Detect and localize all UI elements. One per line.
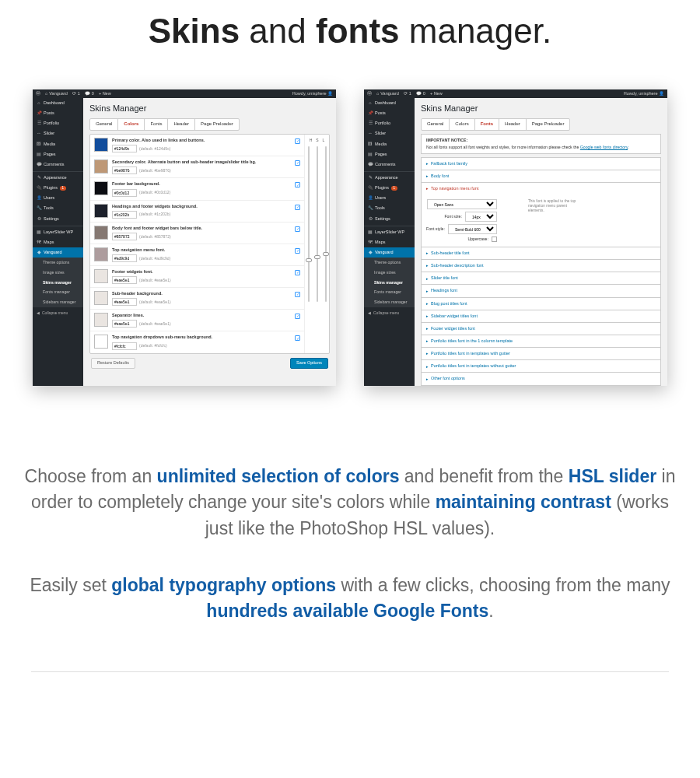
accordion-item[interactable]: ▸Sidebar widget titles font bbox=[421, 310, 661, 323]
color-swatch[interactable] bbox=[94, 226, 108, 240]
row-checkbox[interactable]: ✓ bbox=[295, 226, 300, 232]
new-content[interactable]: + New bbox=[99, 91, 111, 96]
wp-logo-icon[interactable]: ⓦ bbox=[36, 91, 40, 96]
row-checkbox[interactable]: ✓ bbox=[295, 292, 300, 297]
sidebar-subitem[interactable]: Theme options bbox=[33, 258, 83, 268]
tab-fonts[interactable]: Fonts bbox=[145, 119, 168, 130]
collapse-menu[interactable]: ◀Collapse menu bbox=[364, 307, 415, 319]
font-style-select[interactable]: Semi-Bold 600 bbox=[448, 224, 497, 234]
color-hex-input[interactable] bbox=[112, 254, 137, 262]
accordion-item[interactable]: ▸Body font bbox=[421, 170, 661, 183]
color-swatch[interactable] bbox=[94, 269, 108, 283]
restore-defaults-button[interactable]: Restore Defaults bbox=[91, 358, 135, 369]
sidebar-item[interactable]: 📌Posts bbox=[33, 108, 83, 118]
row-checkbox[interactable]: ✓ bbox=[295, 248, 300, 254]
lig-slider[interactable] bbox=[325, 146, 327, 302]
color-hex-input[interactable] bbox=[112, 189, 137, 197]
sidebar-subitem[interactable]: Fonts manager bbox=[364, 287, 415, 297]
sidebar-item[interactable]: ⚙Settings bbox=[33, 214, 83, 224]
accordion-item[interactable]: ▸Slider title font bbox=[421, 272, 661, 285]
accordion-item[interactable]: ▸Sub-header description font bbox=[421, 259, 661, 272]
sidebar-item[interactable]: ✎Appearance bbox=[364, 171, 415, 183]
tab-general[interactable]: General bbox=[90, 119, 118, 130]
tab-page-preloader[interactable]: Page Preloader bbox=[195, 119, 239, 130]
site-name[interactable]: ⌂ Vanguard bbox=[376, 91, 399, 96]
accordion-item[interactable]: ▸Footer widget titles font bbox=[421, 322, 661, 335]
color-swatch[interactable] bbox=[94, 204, 108, 218]
color-hex-input[interactable] bbox=[112, 320, 137, 328]
sidebar-item[interactable]: 🗺Maps bbox=[364, 237, 415, 247]
sidebar-subitem[interactable]: Image sizes bbox=[33, 268, 83, 278]
collapse-menu[interactable]: ◀Collapse menu bbox=[33, 307, 83, 319]
howdy-user[interactable]: Howdy, unisphere 👤 bbox=[292, 91, 333, 96]
sidebar-item[interactable]: ↔Slider bbox=[364, 128, 415, 138]
sidebar-item[interactable]: 💬Comments bbox=[33, 159, 83, 170]
sidebar-subitem[interactable]: Fonts manager bbox=[33, 287, 83, 297]
new-content[interactable]: + New bbox=[430, 91, 443, 96]
sat-slider[interactable] bbox=[317, 146, 318, 302]
sidebar-item[interactable]: 🗺Maps bbox=[33, 237, 83, 247]
accordion-item[interactable]: ▸Headings font bbox=[421, 284, 661, 297]
tab-header[interactable]: Header bbox=[499, 119, 527, 130]
tab-general[interactable]: General bbox=[422, 119, 450, 130]
sidebar-item[interactable]: ⌂Dashboard bbox=[364, 98, 415, 108]
sidebar-item[interactable]: 🔌Plugins1 bbox=[364, 183, 415, 193]
color-hex-input[interactable] bbox=[112, 298, 137, 306]
sidebar-subitem[interactable]: Sidebars manager bbox=[33, 297, 83, 307]
sidebar-item[interactable]: ⚙Settings bbox=[364, 214, 415, 224]
sidebar-item[interactable]: 🖼Media bbox=[33, 139, 83, 149]
sidebar-item[interactable]: ▦LayerSlider WP bbox=[364, 226, 415, 237]
tab-colors[interactable]: Colors bbox=[118, 119, 145, 130]
wp-logo-icon[interactable]: ⓦ bbox=[367, 91, 372, 96]
color-swatch[interactable] bbox=[94, 159, 108, 173]
accordion-item[interactable]: ▸Fallback font family bbox=[421, 157, 661, 170]
color-swatch[interactable] bbox=[94, 313, 108, 327]
accordion-top-nav-font[interactable]: ▸Top navigation menu font bbox=[421, 182, 661, 195]
accordion-item[interactable]: ▸Portfolio titles font in templates with… bbox=[421, 347, 661, 360]
comments-icon[interactable]: 💬 0 bbox=[85, 91, 94, 96]
sidebar-item[interactable]: ⌂Dashboard bbox=[33, 98, 83, 108]
sidebar-item[interactable]: ▤Pages bbox=[33, 149, 83, 159]
hue-slider[interactable] bbox=[308, 146, 310, 302]
tab-page-preloader[interactable]: Page Preloader bbox=[527, 119, 570, 130]
font-size-select[interactable]: 14px bbox=[465, 212, 497, 222]
save-options-button[interactable]: Save Options bbox=[290, 358, 328, 369]
sidebar-subitem[interactable]: Image sizes bbox=[364, 268, 415, 278]
row-checkbox[interactable]: ✓ bbox=[295, 314, 300, 319]
sidebar-item[interactable]: ✎Appearance bbox=[33, 171, 83, 183]
font-family-select[interactable]: Open Sans bbox=[427, 199, 497, 209]
color-hex-input[interactable] bbox=[112, 342, 137, 350]
color-hex-input[interactable] bbox=[112, 166, 137, 174]
sidebar-item[interactable]: 🔧Tools bbox=[364, 203, 415, 213]
sidebar-item[interactable]: 📌Posts bbox=[364, 108, 415, 118]
sidebar-item[interactable]: 💬Comments bbox=[364, 159, 415, 170]
accordion-item[interactable]: ▸Blog post titles font bbox=[421, 297, 661, 310]
accordion-item[interactable]: ▸Portfolio titles font in templates with… bbox=[421, 359, 661, 373]
color-swatch[interactable] bbox=[94, 138, 108, 152]
accordion-item[interactable]: ▸Sub-header title font bbox=[421, 247, 661, 260]
uppercase-checkbox[interactable] bbox=[492, 237, 497, 242]
color-swatch[interactable] bbox=[94, 181, 108, 195]
row-checkbox[interactable]: ✓ bbox=[295, 205, 300, 210]
sidebar-item[interactable]: 🔧Tools bbox=[33, 203, 83, 213]
accordion-item[interactable]: ▸Other font options bbox=[421, 372, 661, 385]
row-checkbox[interactable]: ✓ bbox=[295, 160, 300, 166]
color-hex-input[interactable] bbox=[112, 145, 137, 152]
sidebar-item[interactable]: ☰Portfolio bbox=[33, 118, 83, 128]
sidebar-subitem[interactable]: Theme options bbox=[364, 258, 415, 268]
sidebar-item[interactable]: ◆Vanguard bbox=[33, 247, 83, 258]
color-hex-input[interactable] bbox=[112, 233, 137, 240]
color-hex-input[interactable] bbox=[112, 211, 137, 219]
color-swatch[interactable] bbox=[94, 291, 108, 305]
site-name[interactable]: ⌂ Vanguard bbox=[45, 91, 68, 96]
tab-colors[interactable]: Colors bbox=[450, 119, 474, 130]
sidebar-item[interactable]: 🖼Media bbox=[364, 139, 415, 149]
color-swatch[interactable] bbox=[94, 247, 108, 261]
sidebar-item[interactable]: 🔌Plugins1 bbox=[33, 183, 83, 193]
sidebar-item[interactable]: ◆Vanguard bbox=[364, 247, 415, 258]
sidebar-item[interactable]: ↔Slider bbox=[33, 128, 83, 138]
sidebar-item[interactable]: 👤Users bbox=[33, 193, 83, 203]
sidebar-item[interactable]: ▦LayerSlider WP bbox=[33, 226, 83, 237]
sidebar-subitem[interactable]: Skins manager bbox=[33, 278, 83, 288]
tab-fonts[interactable]: Fonts bbox=[475, 119, 499, 130]
